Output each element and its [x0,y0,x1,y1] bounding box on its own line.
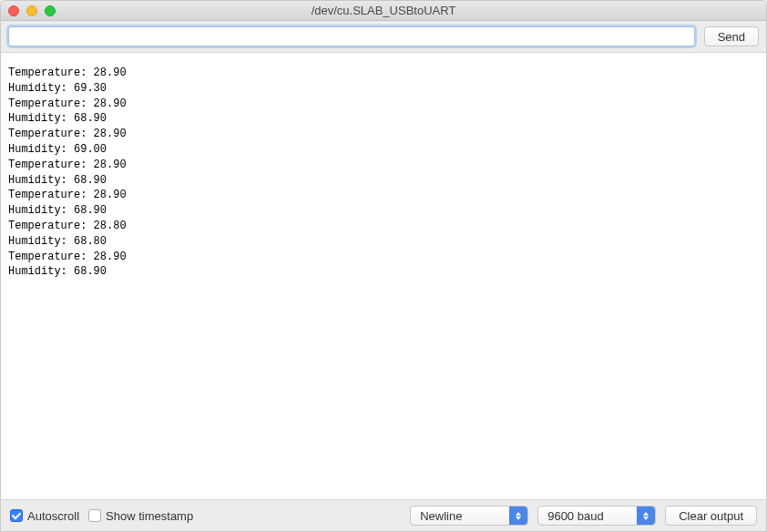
line-ending-select[interactable]: Newline [410,506,528,526]
serial-input[interactable] [8,26,695,46]
autoscroll-label: Autoscroll [27,509,79,523]
window-title: /dev/cu.SLAB_USBtoUART [1,4,766,17]
minimize-icon[interactable] [26,5,37,16]
send-button[interactable]: Send [704,26,759,46]
input-bar: Send [1,21,766,52]
baud-rate-select[interactable]: 9600 baud [537,506,656,526]
chevron-updown-icon [637,506,655,525]
bottom-bar: Autoscroll Show timestamp Newline 9600 b… [1,500,766,531]
timestamp-checkbox[interactable] [88,509,101,522]
timestamp-label: Show timestamp [106,509,193,523]
clear-output-button[interactable]: Clear output [665,506,757,526]
timestamp-option[interactable]: Show timestamp [88,509,193,523]
autoscroll-checkbox[interactable] [10,509,23,522]
serial-monitor-window: /dev/cu.SLAB_USBtoUART Send Temperature:… [0,0,767,532]
autoscroll-option[interactable]: Autoscroll [10,509,79,523]
serial-output[interactable]: Temperature: 28.90 Humidity: 69.30 Tempe… [1,52,766,500]
titlebar: /dev/cu.SLAB_USBtoUART [1,1,766,21]
close-icon[interactable] [8,5,19,16]
chevron-updown-icon [509,506,527,525]
maximize-icon[interactable] [45,5,56,16]
line-ending-value: Newline [420,509,462,523]
baud-rate-value: 9600 baud [547,509,603,523]
traffic-lights [1,5,56,16]
